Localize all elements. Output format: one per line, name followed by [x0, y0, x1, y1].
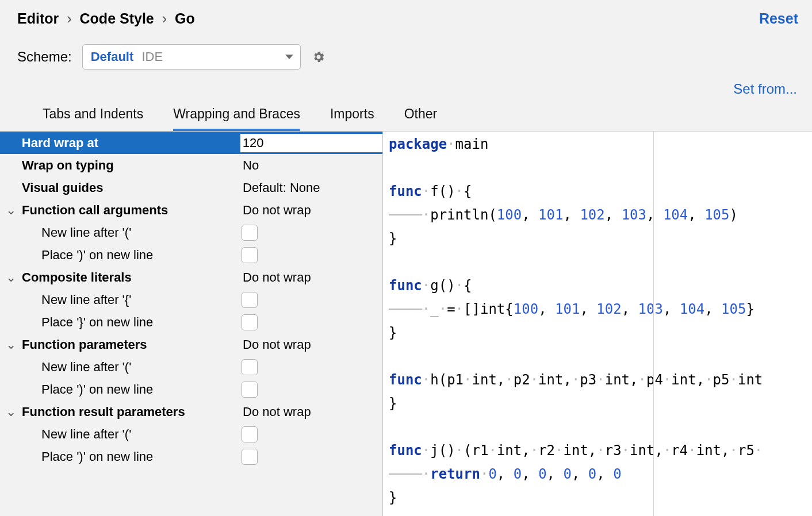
code-line: }: [383, 321, 812, 345]
setting-fca-place-close[interactable]: Place ')' on new line: [0, 244, 382, 266]
setting-label: Place ')' on new line: [22, 449, 242, 464]
code-line: [383, 415, 812, 439]
setting-label: Place '}' on new line: [22, 315, 242, 330]
setting-label: Function result parameters: [22, 405, 242, 419]
setting-frp-place-close[interactable]: Place ')' on new line: [0, 445, 382, 468]
tab-imports[interactable]: Imports: [330, 106, 374, 131]
code-line: func·h(p1·int,·p2·int,·p3·int,·p4·int,·p…: [383, 368, 812, 392]
checkbox[interactable]: [242, 359, 258, 375]
scheme-label: Scheme:: [17, 49, 72, 65]
code-line: }: [383, 227, 812, 251]
setting-label: Hard wrap at: [22, 136, 242, 151]
setting-value[interactable]: Do not wrap: [242, 337, 311, 352]
chevron-down-icon[interactable]: ⌄: [0, 203, 22, 218]
tabs: Tabs and Indents Wrapping and Braces Imp…: [17, 97, 798, 131]
setting-value[interactable]: Default: None: [242, 180, 320, 195]
tab-other[interactable]: Other: [404, 106, 438, 131]
chevron-down-icon[interactable]: ⌄: [0, 405, 22, 419]
breadcrumb: Editor › Code Style › Go: [17, 10, 195, 27]
setting-fp-newline-after-paren[interactable]: New line after '(': [0, 356, 382, 378]
checkbox[interactable]: [242, 426, 258, 442]
code-line: ────·_·=·[]int{100, 101, 102, 103, 104, …: [383, 298, 812, 321]
setting-value[interactable]: Do not wrap: [242, 203, 311, 218]
setting-value[interactable]: Do not wrap: [242, 270, 311, 285]
scheme-dropdown[interactable]: Default IDE: [82, 44, 301, 70]
chevron-down-icon: [285, 55, 293, 59]
setting-label: Function parameters: [22, 337, 242, 352]
setting-label: Composite literals: [22, 270, 242, 285]
setting-value[interactable]: 120: [240, 134, 382, 152]
setting-wrap-typing[interactable]: Wrap on typing No: [0, 154, 382, 176]
settings-header: Editor › Code Style › Go Reset Scheme: D…: [0, 0, 812, 132]
setting-label: New line after '{': [22, 292, 242, 307]
code-line: }: [383, 392, 812, 415]
chevron-right-icon: ›: [162, 10, 167, 27]
checkbox[interactable]: [242, 382, 258, 398]
code-line: func·f()·{: [383, 180, 812, 203]
setting-fca-newline-after-paren[interactable]: New line after '(': [0, 221, 382, 244]
chevron-down-icon[interactable]: ⌄: [0, 337, 22, 352]
chevron-right-icon: ›: [67, 10, 71, 27]
setting-label: Visual guides: [22, 180, 242, 195]
setting-label: Wrap on typing: [22, 158, 242, 173]
setting-label: Place ')' on new line: [22, 248, 242, 263]
setting-value[interactable]: No: [242, 158, 259, 173]
breadcrumb-go: Go: [175, 10, 195, 27]
scheme-value-scope: IDE: [141, 49, 163, 64]
code-line: func·j()·(r1·int,·r2·int,·r3·int,·r4·int…: [383, 439, 812, 463]
checkbox[interactable]: [242, 449, 258, 465]
group-func-result-params[interactable]: ⌄ Function result parameters Do not wrap: [0, 401, 382, 423]
setting-fp-place-close[interactable]: Place ')' on new line: [0, 378, 382, 401]
code-line: [383, 345, 812, 368]
settings-tree: Hard wrap at 120 Wrap on typing No Visua…: [0, 132, 383, 516]
breadcrumb-editor[interactable]: Editor: [17, 10, 59, 27]
setting-comp-place-close[interactable]: Place '}' on new line: [0, 311, 382, 333]
tab-tabs-indents[interactable]: Tabs and Indents: [43, 106, 143, 131]
setting-label: New line after '(': [22, 427, 242, 442]
code-line: ────·return·0, 0, 0, 0, 0, 0: [383, 463, 812, 486]
setting-comp-newline-after-brace[interactable]: New line after '{': [0, 288, 382, 311]
code-line: [383, 156, 812, 180]
group-func-params[interactable]: ⌄ Function parameters Do not wrap: [0, 333, 382, 356]
group-func-call-args[interactable]: ⌄ Function call arguments Do not wrap: [0, 199, 382, 221]
checkbox[interactable]: [242, 247, 258, 263]
code-line: ────·println(100, 101, 102, 103, 104, 10…: [383, 203, 812, 227]
setting-hard-wrap[interactable]: Hard wrap at 120: [0, 132, 382, 154]
setting-visual-guides[interactable]: Visual guides Default: None: [0, 176, 382, 199]
group-composite-literals[interactable]: ⌄ Composite literals Do not wrap: [0, 266, 382, 288]
chevron-down-icon[interactable]: ⌄: [0, 270, 22, 285]
code-preview: package·main func·f()·{────·println(100,…: [383, 132, 812, 516]
set-from-link[interactable]: Set from...: [733, 81, 797, 97]
scheme-value-name: Default: [91, 49, 134, 64]
code-line: package·main: [383, 133, 812, 156]
setting-value[interactable]: Do not wrap: [242, 405, 311, 419]
setting-label: New line after '(': [22, 360, 242, 375]
code-line: func·g()·{: [383, 274, 812, 298]
breadcrumb-codestyle[interactable]: Code Style: [80, 10, 154, 27]
setting-label: New line after '(': [22, 225, 242, 240]
checkbox[interactable]: [242, 314, 258, 330]
code-line: }: [383, 486, 812, 510]
reset-button[interactable]: Reset: [759, 10, 798, 27]
checkbox[interactable]: [242, 292, 258, 308]
gear-icon[interactable]: [311, 49, 326, 64]
setting-label: Function call arguments: [22, 203, 242, 218]
code-line: [383, 251, 812, 274]
checkbox[interactable]: [242, 225, 258, 241]
setting-frp-newline-after-paren[interactable]: New line after '(': [0, 423, 382, 445]
setting-label: Place ')' on new line: [22, 382, 242, 397]
tab-wrapping-braces[interactable]: Wrapping and Braces: [173, 106, 300, 131]
